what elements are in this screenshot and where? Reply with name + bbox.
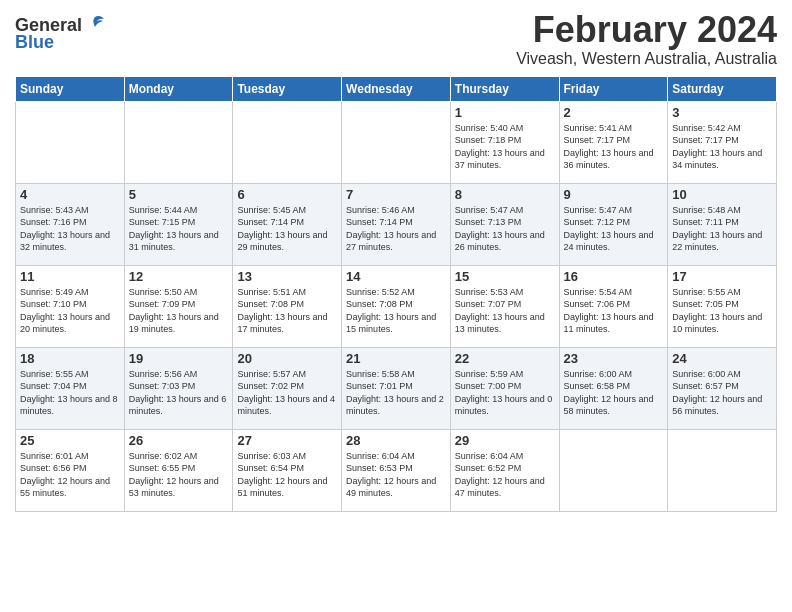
- day-number: 17: [672, 269, 772, 284]
- day-number: 10: [672, 187, 772, 202]
- day-number: 9: [564, 187, 664, 202]
- header-sunday: Sunday: [16, 76, 125, 101]
- day-number: 16: [564, 269, 664, 284]
- calendar-cell-1-4: 8Sunrise: 5:47 AMSunset: 7:13 PMDaylight…: [450, 183, 559, 265]
- week-row-0: 1Sunrise: 5:40 AMSunset: 7:18 PMDaylight…: [16, 101, 777, 183]
- day-info: Sunrise: 5:53 AMSunset: 7:07 PMDaylight:…: [455, 286, 555, 336]
- calendar-cell-4-6: [668, 429, 777, 511]
- calendar-cell-0-3: [342, 101, 451, 183]
- day-number: 24: [672, 351, 772, 366]
- day-info: Sunrise: 6:04 AMSunset: 6:52 PMDaylight:…: [455, 450, 555, 500]
- page: General Blue February 2024 Viveash, West…: [0, 0, 792, 612]
- title-section: February 2024 Viveash, Western Australia…: [516, 10, 777, 68]
- calendar-title: February 2024: [516, 10, 777, 50]
- calendar-cell-0-4: 1Sunrise: 5:40 AMSunset: 7:18 PMDaylight…: [450, 101, 559, 183]
- day-info: Sunrise: 5:58 AMSunset: 7:01 PMDaylight:…: [346, 368, 446, 418]
- day-number: 22: [455, 351, 555, 366]
- day-number: 6: [237, 187, 337, 202]
- day-number: 28: [346, 433, 446, 448]
- header-row: Sunday Monday Tuesday Wednesday Thursday…: [16, 76, 777, 101]
- day-info: Sunrise: 5:50 AMSunset: 7:09 PMDaylight:…: [129, 286, 229, 336]
- day-info: Sunrise: 5:47 AMSunset: 7:13 PMDaylight:…: [455, 204, 555, 254]
- day-info: Sunrise: 5:42 AMSunset: 7:17 PMDaylight:…: [672, 122, 772, 172]
- calendar-cell-3-1: 19Sunrise: 5:56 AMSunset: 7:03 PMDayligh…: [124, 347, 233, 429]
- calendar-cell-1-6: 10Sunrise: 5:48 AMSunset: 7:11 PMDayligh…: [668, 183, 777, 265]
- calendar-cell-0-6: 3Sunrise: 5:42 AMSunset: 7:17 PMDaylight…: [668, 101, 777, 183]
- calendar-cell-3-5: 23Sunrise: 6:00 AMSunset: 6:58 PMDayligh…: [559, 347, 668, 429]
- day-info: Sunrise: 5:48 AMSunset: 7:11 PMDaylight:…: [672, 204, 772, 254]
- calendar-cell-0-0: [16, 101, 125, 183]
- calendar-cell-4-4: 29Sunrise: 6:04 AMSunset: 6:52 PMDayligh…: [450, 429, 559, 511]
- day-number: 26: [129, 433, 229, 448]
- day-number: 19: [129, 351, 229, 366]
- logo: General Blue: [15, 15, 106, 53]
- day-info: Sunrise: 6:01 AMSunset: 6:56 PMDaylight:…: [20, 450, 120, 500]
- week-row-1: 4Sunrise: 5:43 AMSunset: 7:16 PMDaylight…: [16, 183, 777, 265]
- calendar-cell-3-6: 24Sunrise: 6:00 AMSunset: 6:57 PMDayligh…: [668, 347, 777, 429]
- day-number: 12: [129, 269, 229, 284]
- calendar-cell-3-2: 20Sunrise: 5:57 AMSunset: 7:02 PMDayligh…: [233, 347, 342, 429]
- calendar-cell-2-0: 11Sunrise: 5:49 AMSunset: 7:10 PMDayligh…: [16, 265, 125, 347]
- day-number: 4: [20, 187, 120, 202]
- day-info: Sunrise: 6:03 AMSunset: 6:54 PMDaylight:…: [237, 450, 337, 500]
- day-number: 23: [564, 351, 664, 366]
- day-info: Sunrise: 5:55 AMSunset: 7:04 PMDaylight:…: [20, 368, 120, 418]
- calendar-cell-1-2: 6Sunrise: 5:45 AMSunset: 7:14 PMDaylight…: [233, 183, 342, 265]
- day-info: Sunrise: 5:44 AMSunset: 7:15 PMDaylight:…: [129, 204, 229, 254]
- calendar-cell-1-5: 9Sunrise: 5:47 AMSunset: 7:12 PMDaylight…: [559, 183, 668, 265]
- calendar-cell-4-3: 28Sunrise: 6:04 AMSunset: 6:53 PMDayligh…: [342, 429, 451, 511]
- day-info: Sunrise: 5:45 AMSunset: 7:14 PMDaylight:…: [237, 204, 337, 254]
- day-number: 8: [455, 187, 555, 202]
- calendar-cell-3-3: 21Sunrise: 5:58 AMSunset: 7:01 PMDayligh…: [342, 347, 451, 429]
- day-info: Sunrise: 5:57 AMSunset: 7:02 PMDaylight:…: [237, 368, 337, 418]
- calendar-cell-1-3: 7Sunrise: 5:46 AMSunset: 7:14 PMDaylight…: [342, 183, 451, 265]
- day-number: 1: [455, 105, 555, 120]
- day-number: 11: [20, 269, 120, 284]
- day-number: 7: [346, 187, 446, 202]
- day-number: 29: [455, 433, 555, 448]
- calendar-cell-2-3: 14Sunrise: 5:52 AMSunset: 7:08 PMDayligh…: [342, 265, 451, 347]
- day-number: 14: [346, 269, 446, 284]
- calendar-cell-1-0: 4Sunrise: 5:43 AMSunset: 7:16 PMDaylight…: [16, 183, 125, 265]
- day-info: Sunrise: 5:55 AMSunset: 7:05 PMDaylight:…: [672, 286, 772, 336]
- day-info: Sunrise: 5:40 AMSunset: 7:18 PMDaylight:…: [455, 122, 555, 172]
- calendar-cell-0-2: [233, 101, 342, 183]
- calendar-cell-3-4: 22Sunrise: 5:59 AMSunset: 7:00 PMDayligh…: [450, 347, 559, 429]
- day-number: 15: [455, 269, 555, 284]
- day-number: 21: [346, 351, 446, 366]
- day-info: Sunrise: 6:02 AMSunset: 6:55 PMDaylight:…: [129, 450, 229, 500]
- calendar-cell-0-1: [124, 101, 233, 183]
- day-info: Sunrise: 5:54 AMSunset: 7:06 PMDaylight:…: [564, 286, 664, 336]
- header-monday: Monday: [124, 76, 233, 101]
- day-number: 18: [20, 351, 120, 366]
- day-info: Sunrise: 5:43 AMSunset: 7:16 PMDaylight:…: [20, 204, 120, 254]
- calendar-cell-3-0: 18Sunrise: 5:55 AMSunset: 7:04 PMDayligh…: [16, 347, 125, 429]
- header: General Blue February 2024 Viveash, West…: [15, 10, 777, 68]
- week-row-3: 18Sunrise: 5:55 AMSunset: 7:04 PMDayligh…: [16, 347, 777, 429]
- header-saturday: Saturday: [668, 76, 777, 101]
- calendar-cell-2-4: 15Sunrise: 5:53 AMSunset: 7:07 PMDayligh…: [450, 265, 559, 347]
- header-thursday: Thursday: [450, 76, 559, 101]
- calendar-cell-0-5: 2Sunrise: 5:41 AMSunset: 7:17 PMDaylight…: [559, 101, 668, 183]
- header-friday: Friday: [559, 76, 668, 101]
- day-info: Sunrise: 5:41 AMSunset: 7:17 PMDaylight:…: [564, 122, 664, 172]
- day-info: Sunrise: 6:00 AMSunset: 6:58 PMDaylight:…: [564, 368, 664, 418]
- calendar-cell-2-2: 13Sunrise: 5:51 AMSunset: 7:08 PMDayligh…: [233, 265, 342, 347]
- day-info: Sunrise: 5:59 AMSunset: 7:00 PMDaylight:…: [455, 368, 555, 418]
- day-number: 27: [237, 433, 337, 448]
- day-number: 20: [237, 351, 337, 366]
- calendar-table: Sunday Monday Tuesday Wednesday Thursday…: [15, 76, 777, 512]
- day-number: 25: [20, 433, 120, 448]
- header-tuesday: Tuesday: [233, 76, 342, 101]
- week-row-2: 11Sunrise: 5:49 AMSunset: 7:10 PMDayligh…: [16, 265, 777, 347]
- day-info: Sunrise: 5:49 AMSunset: 7:10 PMDaylight:…: [20, 286, 120, 336]
- week-row-4: 25Sunrise: 6:01 AMSunset: 6:56 PMDayligh…: [16, 429, 777, 511]
- logo-blue-text: Blue: [15, 32, 106, 53]
- day-number: 3: [672, 105, 772, 120]
- calendar-cell-4-1: 26Sunrise: 6:02 AMSunset: 6:55 PMDayligh…: [124, 429, 233, 511]
- day-info: Sunrise: 6:00 AMSunset: 6:57 PMDaylight:…: [672, 368, 772, 418]
- header-wednesday: Wednesday: [342, 76, 451, 101]
- day-number: 13: [237, 269, 337, 284]
- day-number: 5: [129, 187, 229, 202]
- calendar-cell-4-0: 25Sunrise: 6:01 AMSunset: 6:56 PMDayligh…: [16, 429, 125, 511]
